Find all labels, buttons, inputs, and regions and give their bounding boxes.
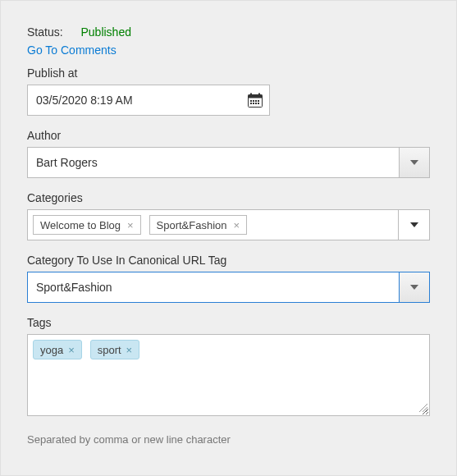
categories-chip-label: Sport&Fashion — [157, 219, 227, 231]
svg-rect-8 — [250, 103, 252, 104]
chevron-down-icon — [410, 160, 418, 165]
go-to-comments-link[interactable]: Go To Comments — [27, 43, 117, 57]
publish-at-input[interactable] — [27, 85, 270, 116]
publish-at-field: Publish at — [27, 66, 430, 116]
canonical-category-field: Category To Use In Canonical URL Tag — [27, 254, 430, 303]
settings-panel: Status: Published Go To Comments Publish… — [0, 0, 457, 476]
remove-tag-button[interactable]: × — [68, 344, 75, 356]
author-field: Author — [27, 129, 430, 178]
remove-category-button[interactable]: × — [127, 219, 134, 231]
status-value: Published — [80, 25, 131, 39]
categories-chip: Sport&Fashion × — [149, 215, 248, 235]
svg-line-14 — [426, 410, 427, 412]
categories-multiselect[interactable]: Welcome to Blog × Sport&Fashion × — [27, 209, 430, 240]
svg-rect-4 — [250, 100, 252, 102]
chevron-down-icon — [410, 285, 418, 290]
chevron-down-icon — [410, 222, 418, 227]
tags-label: Tags — [27, 316, 430, 329]
publish-at-label: Publish at — [27, 66, 430, 80]
svg-rect-3 — [258, 94, 260, 97]
remove-tag-button[interactable]: × — [126, 344, 133, 356]
svg-rect-7 — [258, 100, 259, 102]
tags-field: Tags yoga × sport × Separated by comma o… — [27, 316, 430, 446]
author-dropdown-button[interactable] — [399, 147, 430, 178]
status-line: Status: Published — [27, 25, 430, 39]
tag-chip-label: yoga — [40, 344, 63, 356]
svg-rect-11 — [258, 103, 259, 104]
status-label: Status: — [27, 25, 63, 39]
categories-chip: Welcome to Blog × — [33, 215, 141, 235]
author-label: Author — [27, 129, 430, 142]
canonical-dropdown-button[interactable] — [399, 272, 430, 303]
calendar-icon[interactable] — [247, 92, 263, 108]
categories-chip-label: Welcome to Blog — [40, 219, 121, 231]
resize-grip-icon[interactable] — [417, 401, 428, 413]
tag-chip: sport × — [90, 340, 140, 359]
svg-rect-5 — [253, 100, 254, 102]
canonical-category-select[interactable] — [27, 272, 430, 303]
svg-rect-10 — [255, 103, 257, 104]
svg-rect-9 — [253, 103, 254, 104]
categories-label: Categories — [27, 191, 430, 204]
author-select[interactable] — [27, 147, 430, 178]
svg-rect-6 — [255, 100, 257, 102]
tags-input[interactable]: yoga × sport × — [27, 334, 430, 416]
tag-chip: yoga × — [33, 340, 82, 359]
categories-field: Categories Welcome to Blog × Sport&Fashi… — [27, 191, 430, 240]
remove-category-button[interactable]: × — [234, 219, 240, 231]
canonical-category-label: Category To Use In Canonical URL Tag — [27, 254, 430, 267]
tags-help-text: Separated by comma or new line character — [27, 433, 430, 446]
svg-rect-2 — [250, 94, 252, 97]
categories-dropdown-button[interactable] — [398, 210, 429, 240]
tag-chip-label: sport — [98, 344, 121, 356]
